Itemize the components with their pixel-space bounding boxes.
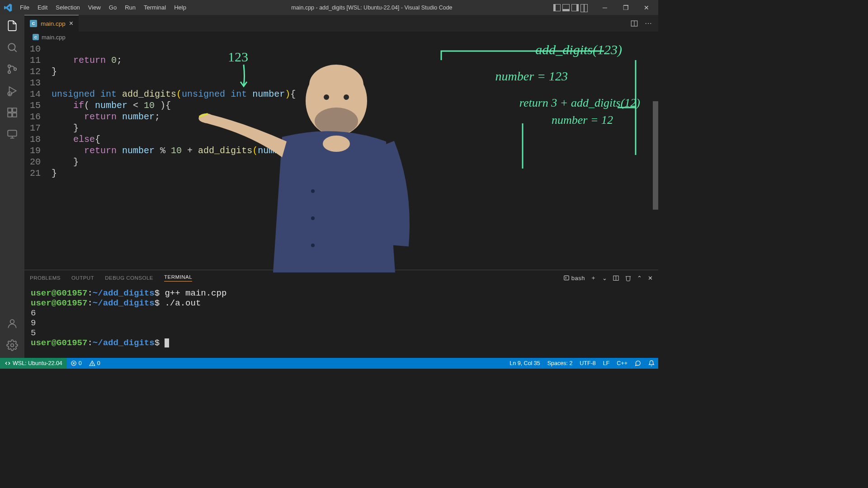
- split-editor-icon[interactable]: [630, 19, 638, 28]
- svg-point-14: [10, 319, 14, 324]
- scrollbar[interactable]: [653, 101, 658, 210]
- toggle-secondary-sidebar-icon[interactable]: [571, 4, 579, 11]
- activity-bar: [0, 15, 24, 358]
- notifications-icon[interactable]: [645, 360, 658, 366]
- close-panel-icon[interactable]: ✕: [648, 275, 653, 282]
- panel-tab-problems[interactable]: PROBLEMS: [30, 275, 61, 281]
- cursor-position[interactable]: Ln 9, Col 35: [506, 360, 543, 366]
- new-terminal-icon[interactable]: ＋: [590, 274, 597, 282]
- settings-gear-icon[interactable]: [6, 339, 19, 352]
- tab-label: main.cpp: [41, 20, 66, 27]
- run-debug-icon[interactable]: [6, 84, 19, 97]
- split-terminal-icon[interactable]: [613, 275, 619, 282]
- warnings-count[interactable]: 0: [85, 360, 104, 366]
- menu-file[interactable]: File: [16, 0, 33, 14]
- accounts-icon[interactable]: [6, 317, 19, 330]
- window-controls: ─ ❐ ✕: [553, 0, 658, 15]
- explorer-icon[interactable]: [6, 19, 19, 32]
- svg-point-2: [8, 65, 10, 67]
- menu-help[interactable]: Help: [170, 0, 190, 14]
- tab-main-cpp[interactable]: C main.cpp ×: [24, 15, 79, 32]
- remote-indicator[interactable]: WSL: Ubuntu-22.04: [0, 358, 67, 369]
- breadcrumb-file: main.cpp: [42, 34, 66, 41]
- svg-point-4: [14, 68, 16, 70]
- kill-terminal-icon[interactable]: [625, 275, 632, 282]
- svg-line-1: [14, 49, 16, 52]
- terminal-content[interactable]: user@G01957:~/add_digits$ g++ main.cppus…: [24, 286, 658, 358]
- panel-tab-output[interactable]: OUTPUT: [71, 275, 94, 281]
- menu-terminal[interactable]: Terminal: [140, 0, 170, 14]
- remote-explorer-icon[interactable]: [6, 128, 19, 141]
- terminal-dropdown-icon[interactable]: ⌄: [602, 275, 608, 282]
- feedback-icon[interactable]: [631, 360, 645, 366]
- panel-tabs: PROBLEMS OUTPUT DEBUG CONSOLE TERMINAL b…: [24, 270, 658, 286]
- search-icon[interactable]: [6, 41, 19, 54]
- svg-marker-5: [9, 87, 16, 94]
- svg-rect-7: [8, 108, 12, 112]
- line-numbers: 101112131415161718192021: [24, 43, 52, 270]
- menu-edit[interactable]: Edit: [33, 0, 52, 14]
- menu-go[interactable]: Go: [105, 0, 121, 14]
- customize-layout-icon[interactable]: [580, 4, 588, 11]
- cpp-file-icon: C: [33, 34, 39, 40]
- encoding-info[interactable]: UTF-8: [576, 360, 599, 366]
- language-mode[interactable]: C++: [613, 360, 631, 366]
- svg-rect-8: [13, 108, 17, 112]
- breadcrumb[interactable]: C main.cpp: [24, 32, 658, 42]
- title-bar: File Edit Selection View Go Run Terminal…: [0, 0, 658, 15]
- editor-tabs: C main.cpp × ⋯: [24, 15, 658, 32]
- cpp-file-icon: C: [30, 20, 37, 27]
- extensions-icon[interactable]: [6, 106, 19, 119]
- main-area: C main.cpp × ⋯ C main.cpp 10111213141516…: [0, 15, 658, 358]
- bottom-panel: PROBLEMS OUTPUT DEBUG CONSOLE TERMINAL b…: [24, 270, 658, 358]
- errors-count[interactable]: 0: [67, 360, 85, 366]
- toggle-primary-sidebar-icon[interactable]: [553, 4, 561, 11]
- editor-area: C main.cpp × ⋯ C main.cpp 10111213141516…: [24, 15, 658, 358]
- eol-info[interactable]: LF: [599, 360, 613, 366]
- close-button[interactable]: ✕: [637, 0, 656, 15]
- close-tab-icon[interactable]: ×: [69, 19, 73, 28]
- svg-rect-10: [13, 113, 17, 117]
- window-title: main.cpp - add_digits [WSL: Ubuntu-22.04…: [190, 5, 553, 11]
- status-bar: WSL: Ubuntu-22.04 0 0 Ln 9, Col 35 Space…: [0, 358, 658, 369]
- svg-rect-11: [8, 130, 17, 136]
- maximize-button[interactable]: ❐: [616, 0, 636, 15]
- menu-selection[interactable]: Selection: [52, 0, 84, 14]
- svg-point-15: [11, 344, 14, 347]
- svg-point-0: [8, 43, 15, 50]
- maximize-panel-icon[interactable]: ⌃: [637, 275, 642, 282]
- menu-bar: File Edit Selection View Go Run Terminal…: [16, 0, 190, 14]
- svg-rect-9: [8, 113, 12, 117]
- svg-point-3: [8, 71, 10, 73]
- source-control-icon[interactable]: [6, 63, 19, 75]
- svg-point-36: [92, 365, 92, 365]
- minimize-button[interactable]: ─: [595, 0, 615, 15]
- terminal-shell-selector[interactable]: bash: [563, 275, 585, 282]
- toggle-panel-icon[interactable]: [562, 4, 570, 11]
- panel-tab-terminal[interactable]: TERMINAL: [164, 274, 192, 282]
- vscode-logo-icon: [0, 4, 16, 12]
- menu-view[interactable]: View: [84, 0, 105, 14]
- more-actions-icon[interactable]: ⋯: [645, 19, 652, 28]
- indent-info[interactable]: Spaces: 2: [544, 360, 576, 366]
- menu-run[interactable]: Run: [121, 0, 140, 14]
- code-editor[interactable]: 101112131415161718192021 return 0;} unsi…: [24, 42, 658, 270]
- panel-tab-debug-console[interactable]: DEBUG CONSOLE: [105, 275, 153, 281]
- code-content[interactable]: return 0;} unsigned int add_digits(unsig…: [52, 43, 658, 270]
